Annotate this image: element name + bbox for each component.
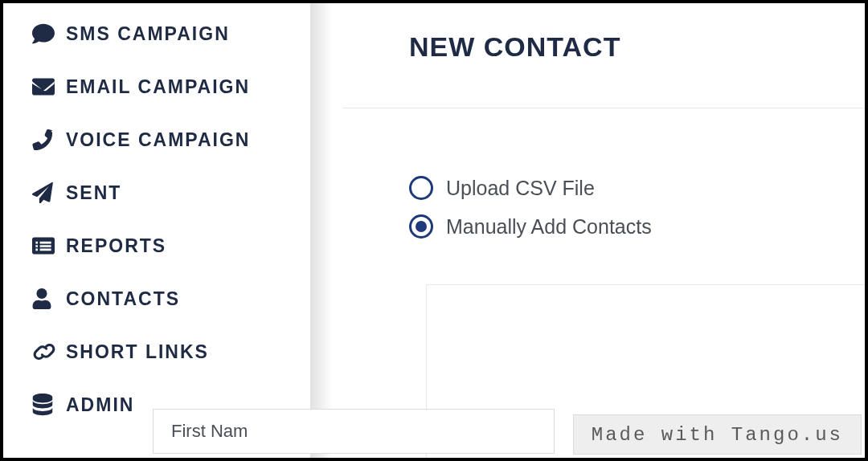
sidebar-item-label: SENT xyxy=(66,182,121,204)
watermark-text: Made with Tango.us xyxy=(592,424,843,446)
radio-icon xyxy=(409,176,433,200)
radio-selected-dot xyxy=(416,221,427,232)
first-name-placeholder: First Nam xyxy=(171,421,248,442)
divider xyxy=(342,108,865,108)
sidebar-item-label: SMS CAMPAIGN xyxy=(66,23,230,45)
radio-manually-add[interactable]: Manually Add Contacts xyxy=(409,214,652,239)
radio-upload-csv[interactable]: Upload CSV File xyxy=(409,176,652,200)
sidebar-item-label: ADMIN xyxy=(66,394,134,416)
sidebar-item-contacts[interactable]: CONTACTS xyxy=(3,272,310,325)
first-name-field[interactable]: First Nam xyxy=(153,409,555,454)
database-icon xyxy=(32,391,59,418)
sidebar: SMS CAMPAIGN EMAIL CAMPAIGN VOICE CAMPAI… xyxy=(3,3,310,458)
import-mode-radio-group: Upload CSV File Manually Add Contacts xyxy=(409,176,652,253)
sidebar-item-sent[interactable]: SENT xyxy=(3,166,310,219)
app-window: SMS CAMPAIGN EMAIL CAMPAIGN VOICE CAMPAI… xyxy=(0,0,868,461)
comment-icon xyxy=(32,20,59,47)
sidebar-item-sms-campaign[interactable]: SMS CAMPAIGN xyxy=(3,7,310,60)
sidebar-item-short-links[interactable]: SHORT LINKS xyxy=(3,325,310,378)
sidebar-item-label: EMAIL CAMPAIGN xyxy=(66,76,250,98)
sidebar-item-reports[interactable]: REPORTS xyxy=(3,219,310,272)
envelope-icon xyxy=(32,73,59,100)
sidebar-shadow xyxy=(310,3,333,458)
sidebar-item-email-campaign[interactable]: EMAIL CAMPAIGN xyxy=(3,60,310,113)
radio-label: Upload CSV File xyxy=(446,177,595,200)
radio-label: Manually Add Contacts xyxy=(446,215,652,239)
tango-watermark: Made with Tango.us xyxy=(573,414,862,455)
sidebar-item-voice-campaign[interactable]: VOICE CAMPAIGN xyxy=(3,113,310,166)
paper-plane-icon xyxy=(32,179,59,206)
main-content: NEW CONTACT Upload CSV File Manually Add… xyxy=(333,3,865,458)
link-icon xyxy=(32,338,59,365)
radio-icon xyxy=(409,214,433,239)
sidebar-item-label: CONTACTS xyxy=(66,288,180,310)
sidebar-item-label: REPORTS xyxy=(66,235,166,257)
page-title: NEW CONTACT xyxy=(409,31,620,63)
sidebar-item-label: SHORT LINKS xyxy=(66,341,209,363)
sidebar-item-label: VOICE CAMPAIGN xyxy=(66,129,250,151)
list-alt-icon xyxy=(32,232,59,259)
user-icon xyxy=(32,285,59,312)
phone-icon xyxy=(32,126,59,153)
